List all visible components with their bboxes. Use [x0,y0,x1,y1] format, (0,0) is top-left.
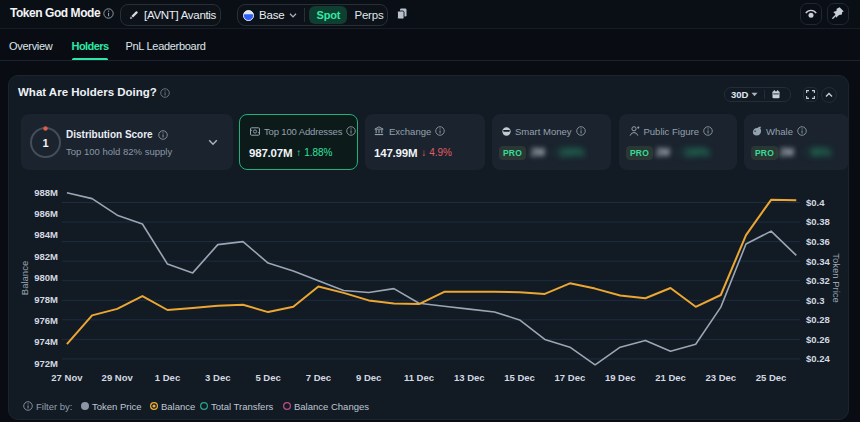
svg-text:Token Price: Token Price [831,253,842,303]
svg-text:17 Dec: 17 Dec [555,372,586,383]
svg-text:986M: 986M [34,208,58,219]
svg-text:982M: 982M [34,251,58,262]
svg-text:974M: 974M [34,336,58,347]
svg-text:$0.34: $0.34 [806,256,830,267]
svg-text:5 Dec: 5 Dec [255,372,280,383]
svg-text:976M: 976M [34,315,58,326]
svg-text:988M: 988M [34,187,58,198]
svg-text:21 Dec: 21 Dec [655,372,686,383]
svg-text:29 Nov: 29 Nov [102,372,134,383]
svg-text:19 Dec: 19 Dec [605,372,636,383]
svg-text:9 Dec: 9 Dec [356,372,381,383]
svg-text:980M: 980M [34,272,58,283]
svg-text:1 Dec: 1 Dec [155,372,180,383]
svg-text:23 Dec: 23 Dec [705,372,736,383]
svg-text:972M: 972M [34,358,58,369]
svg-text:3 Dec: 3 Dec [205,372,230,383]
svg-text:$0.3: $0.3 [806,295,825,306]
svg-text:7 Dec: 7 Dec [306,372,331,383]
svg-text:$0.28: $0.28 [806,314,830,325]
svg-text:978M: 978M [34,294,58,305]
svg-text:Balance: Balance [19,261,30,295]
svg-text:27 Nov: 27 Nov [51,372,83,383]
svg-text:25 Dec: 25 Dec [756,372,787,383]
svg-text:$0.26: $0.26 [806,334,830,345]
svg-text:11 Dec: 11 Dec [404,372,434,383]
svg-text:13 Dec: 13 Dec [454,372,485,383]
svg-text:$0.32: $0.32 [806,275,830,286]
svg-text:$0.38: $0.38 [806,216,830,227]
svg-text:$0.4: $0.4 [806,197,825,208]
svg-text:15 Dec: 15 Dec [504,372,535,383]
svg-text:$0.36: $0.36 [806,236,830,247]
svg-text:984M: 984M [34,229,58,240]
svg-text:$0.24: $0.24 [806,353,830,364]
